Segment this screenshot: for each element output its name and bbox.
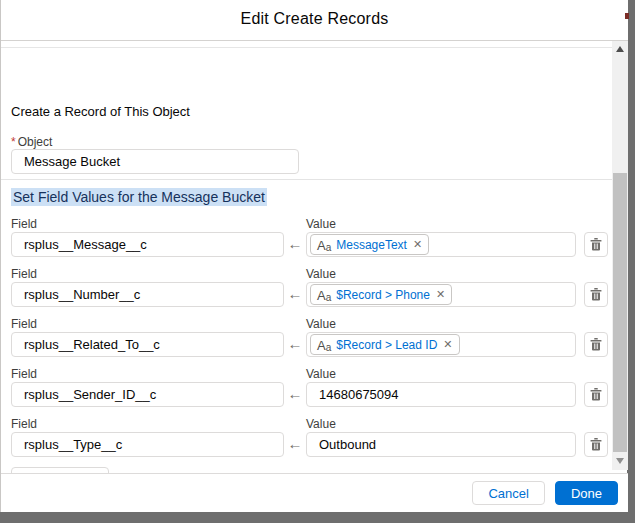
section-divider bbox=[1, 179, 612, 180]
remove-pill-icon[interactable]: ✕ bbox=[413, 238, 422, 251]
delete-row-button[interactable] bbox=[584, 332, 608, 357]
cancel-button[interactable]: Cancel bbox=[472, 481, 544, 505]
remove-pill-icon[interactable]: ✕ bbox=[436, 288, 445, 301]
left-arrow-icon: ← bbox=[284, 435, 306, 452]
text-type-icon: Aa bbox=[317, 287, 331, 303]
resource-pill[interactable]: Aa MessageText ✕ bbox=[310, 234, 429, 255]
resource-pill[interactable]: Aa $Record > Lead ID ✕ bbox=[310, 334, 460, 355]
delete-row-button[interactable] bbox=[584, 282, 608, 307]
field-column-label: Field bbox=[11, 417, 37, 431]
value-column-label: Value bbox=[306, 267, 336, 281]
trash-icon bbox=[590, 238, 602, 251]
trash-icon bbox=[590, 438, 602, 451]
pill-label: $Record > Lead ID bbox=[336, 338, 437, 352]
resource-pill[interactable]: Aa $Record > Phone ✕ bbox=[310, 284, 452, 305]
delete-row-button[interactable] bbox=[584, 382, 608, 407]
trash-icon bbox=[590, 338, 602, 351]
create-record-section-heading: Create a Record of This Object bbox=[11, 104, 190, 119]
value-input[interactable] bbox=[306, 432, 576, 457]
value-combobox[interactable]: Aa MessageText ✕ bbox=[306, 232, 576, 257]
scrollbar-thumb[interactable] bbox=[613, 173, 627, 452]
left-arrow-icon: ← bbox=[284, 335, 306, 352]
value-input[interactable] bbox=[306, 382, 576, 407]
object-label-text: Object bbox=[18, 135, 53, 149]
pill-label: $Record > Phone bbox=[336, 288, 430, 302]
object-input[interactable] bbox=[11, 149, 299, 174]
field-input[interactable] bbox=[11, 232, 284, 257]
field-value-row: Field Value ← Aa $Record > Lead ID ✕ bbox=[1, 317, 612, 362]
field-value-row: Field Value ← bbox=[1, 367, 612, 412]
required-asterisk: * bbox=[11, 135, 16, 149]
field-input[interactable] bbox=[11, 432, 284, 457]
field-value-row: Field Value ← bbox=[1, 417, 612, 462]
trash-icon bbox=[590, 388, 602, 401]
object-label: *Object bbox=[11, 135, 52, 149]
field-column-label: Field bbox=[11, 217, 37, 231]
dialog-title: Edit Create Records bbox=[1, 0, 628, 38]
delete-row-button[interactable] bbox=[584, 432, 608, 457]
value-column-label: Value bbox=[306, 317, 336, 331]
set-field-values-heading: Set Field Values for the Message Bucket bbox=[11, 188, 267, 206]
left-arrow-icon: ← bbox=[284, 235, 306, 252]
field-value-row: Field Value ← Aa MessageText ✕ bbox=[1, 217, 612, 262]
value-combobox[interactable]: Aa $Record > Lead ID ✕ bbox=[306, 332, 576, 357]
left-arrow-icon: ← bbox=[284, 285, 306, 302]
field-column-label: Field bbox=[11, 317, 37, 331]
field-value-row: Field Value ← Aa $Record > Phone ✕ bbox=[1, 267, 612, 312]
dialog-footer: Cancel Done bbox=[1, 473, 628, 512]
screen-artifact bbox=[625, 13, 629, 19]
dialog-scroll-area: Create a Record of This Object *Object S… bbox=[1, 47, 612, 473]
scroll-up-arrow-icon[interactable] bbox=[616, 46, 624, 52]
field-input[interactable] bbox=[11, 282, 284, 307]
pill-label: MessageText bbox=[336, 238, 407, 252]
field-input[interactable] bbox=[11, 332, 284, 357]
trash-icon bbox=[590, 288, 602, 301]
remove-pill-icon[interactable]: ✕ bbox=[443, 338, 452, 351]
value-column-label: Value bbox=[306, 417, 336, 431]
left-arrow-icon: ← bbox=[284, 385, 306, 402]
text-type-icon: Aa bbox=[317, 337, 331, 353]
field-column-label: Field bbox=[11, 367, 37, 381]
done-button[interactable]: Done bbox=[555, 481, 618, 505]
field-column-label: Field bbox=[11, 267, 37, 281]
field-input[interactable] bbox=[11, 382, 284, 407]
scroll-down-arrow-icon[interactable] bbox=[616, 458, 624, 464]
text-type-icon: Aa bbox=[317, 237, 331, 253]
value-column-label: Value bbox=[306, 217, 336, 231]
vertical-scrollbar[interactable] bbox=[612, 41, 628, 470]
value-column-label: Value bbox=[306, 367, 336, 381]
edit-create-records-dialog: Edit Create Records Create a Record of T… bbox=[0, 0, 627, 512]
dialog-header: Edit Create Records bbox=[1, 0, 628, 41]
delete-row-button[interactable] bbox=[584, 232, 608, 257]
value-combobox[interactable]: Aa $Record > Phone ✕ bbox=[306, 282, 576, 307]
